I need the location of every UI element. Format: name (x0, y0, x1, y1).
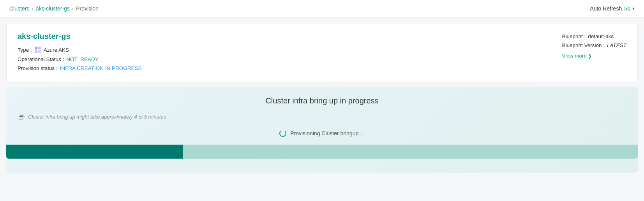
blueprint-version-label: Blueprint Version : (562, 42, 605, 48)
breadcrumb-sep1: › (32, 6, 33, 12)
top-bar: Clusters › aks-cluster-gs › Provision Au… (0, 0, 644, 17)
blueprint-version-row: Blueprint Version : LATEST (562, 42, 626, 48)
progress-note-text: Cluster infra bring up might take approx… (28, 114, 166, 120)
operational-label: Operational Status : (18, 56, 64, 62)
view-more-label: View more (562, 53, 587, 59)
info-right: Blueprint : default-aks Blueprint Versio… (562, 32, 626, 59)
svg-rect-2 (35, 50, 37, 53)
provision-row: Provision status : INFRA CREATION IN PRO… (18, 65, 142, 71)
breadcrumb-sep2: › (72, 6, 74, 12)
spinner-label: Provisioning Cluster bringup ... (290, 130, 365, 136)
blueprint-label: Blueprint : (562, 33, 586, 39)
blueprint-row: Blueprint : default-aks (562, 33, 626, 39)
svg-rect-3 (38, 50, 41, 53)
blueprint-value: default-aks (588, 33, 614, 39)
breadcrumb-current: Provision (76, 5, 99, 12)
progress-bar-container (6, 145, 638, 159)
azure-aks-icon (34, 46, 41, 53)
type-label: Type : (18, 47, 32, 53)
provision-label: Provision status : (18, 65, 58, 71)
operational-row: Operational Status : NOT_READY (18, 56, 142, 62)
breadcrumb: Clusters › aks-cluster-gs › Provision (9, 5, 99, 12)
auto-refresh-chevron-icon[interactable]: ▾ (632, 6, 635, 11)
blueprint-version-value: LATEST (607, 42, 626, 48)
svg-rect-1 (38, 47, 41, 49)
loading-spinner-icon (279, 130, 286, 137)
progress-bar-fill (6, 145, 183, 159)
progress-note: ☕ Cluster infra bring up might take appr… (17, 113, 627, 121)
view-more-link[interactable]: View more ❯ (562, 53, 592, 59)
info-left: aks-cluster-gs Type : Azure AKS Operatio… (18, 32, 142, 74)
type-row: Type : Azure AKS (18, 46, 142, 53)
clock-icon: ☕ (17, 113, 25, 121)
type-value: Azure AKS (44, 47, 69, 53)
operational-value: NOT_READY (66, 56, 99, 62)
breadcrumb-clusters-link[interactable]: Clusters (9, 5, 29, 12)
view-more-arrow-icon: ❯ (588, 53, 592, 59)
spinner-row: Provisioning Cluster bringup ... (17, 130, 627, 137)
progress-section: Cluster infra bring up in progress ☕ Clu… (6, 87, 638, 173)
provision-value: INFRA CREATION IN PROGRESS (60, 65, 142, 71)
svg-rect-0 (35, 47, 37, 49)
progress-title: Cluster infra bring up in progress (17, 96, 627, 105)
auto-refresh-control[interactable]: Auto Refresh 5s ▾ (590, 5, 635, 12)
auto-refresh-label: Auto Refresh (590, 5, 622, 12)
auto-refresh-value: 5s (624, 5, 630, 12)
breadcrumb-cluster-link[interactable]: aks-cluster-gs (36, 5, 70, 12)
info-card: aks-cluster-gs Type : Azure AKS Operatio… (6, 24, 638, 82)
cluster-name: aks-cluster-gs (18, 32, 142, 41)
